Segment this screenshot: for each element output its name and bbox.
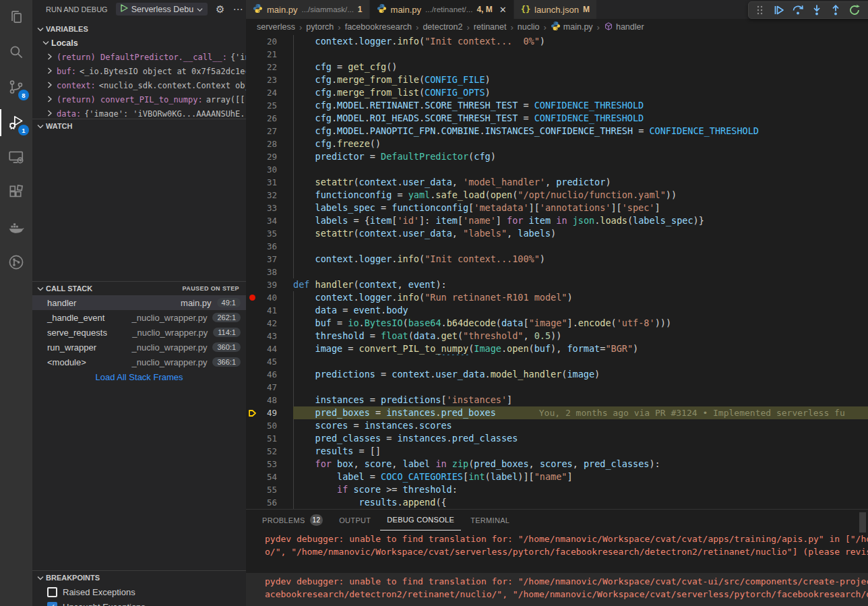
code-line-40[interactable]: 40 context.logger.info("Run retinanet-R1… — [246, 291, 868, 304]
gutter[interactable]: 35 — [246, 227, 293, 240]
panel-tab-output[interactable]: OUTPUT — [332, 510, 377, 531]
gutter[interactable]: 47 — [246, 381, 293, 394]
code-line-25[interactable]: 25 cfg.MODEL.RETINANET.SCORE_THRESH_TEST… — [246, 99, 868, 112]
gutter[interactable]: 49 — [246, 406, 293, 419]
gutter[interactable]: 53 — [246, 458, 293, 471]
gutter[interactable]: 43 — [246, 330, 293, 342]
gutter[interactable]: 20 — [246, 35, 293, 48]
breakpoint-row[interactable]: Raised Exceptions — [32, 584, 246, 599]
code-line-45[interactable]: 45 — [246, 355, 868, 368]
gutter[interactable]: 22 — [246, 61, 293, 73]
start-debugging-icon[interactable] — [121, 4, 128, 14]
code-line-55[interactable]: 55 if score >= threshold: — [246, 483, 868, 496]
gear-icon[interactable]: ⚙ — [216, 4, 224, 14]
gutter[interactable]: 27 — [246, 125, 293, 138]
variables-scope-locals[interactable]: Locals — [32, 36, 246, 50]
gutter[interactable]: 50 — [246, 419, 293, 432]
breadcrumb-item-facebookresearch[interactable]: facebookresearch — [345, 22, 412, 32]
code-line-46[interactable]: 46 predictions = context.user_data.model… — [246, 368, 868, 381]
breakpoints-header[interactable]: BREAKPOINTS — [32, 571, 246, 584]
call-stack-header[interactable]: CALL STACK PAUSED ON STEP — [32, 282, 246, 295]
code-line-28[interactable]: 28 cfg.freeze() — [246, 138, 868, 150]
chevron-right-icon[interactable] — [47, 96, 53, 104]
code-line-33[interactable]: 33 labels_spec = functionconfig['metadat… — [246, 202, 868, 214]
code-line-26[interactable]: 26 cfg.MODEL.ROI_HEADS.SCORE_THRESH_TEST… — [246, 112, 868, 125]
gutter[interactable]: 41 — [246, 304, 293, 317]
activity-bar-item-source-control[interactable]: 8 — [0, 70, 32, 105]
activity-bar-item-explorer[interactable] — [0, 0, 32, 35]
code-line-39[interactable]: 39def handler(context, event): — [246, 278, 868, 291]
code-line-27[interactable]: 27 cfg.MODEL.PANOPTIC_FPN.COMBINE.INSTAN… — [246, 125, 868, 138]
code-line-29[interactable]: 29 predictor = DefaultPredictor(cfg) — [246, 150, 868, 163]
activity-bar-item-remote-explorer[interactable] — [0, 140, 32, 175]
editor-tab-main.py[interactable]: main.py.../siammask/...1 — [246, 0, 370, 19]
breakpoint-row[interactable]: ✓Uncaught Exceptions — [32, 599, 246, 606]
console-message[interactable]: pydev debugger: unable to find translati… — [246, 573, 868, 606]
watch-header[interactable]: WATCH — [32, 119, 246, 133]
gutter[interactable]: 54 — [246, 471, 293, 483]
code-line-50[interactable]: 50 scores = instances.scores — [246, 419, 868, 432]
code-line-34[interactable]: 34 labels = {item['id']: item['name'] fo… — [246, 214, 868, 227]
gutter[interactable]: 33 — [246, 202, 293, 214]
editor-tab-main.py[interactable]: main.py.../retinanet/...4, M✕ — [370, 0, 514, 19]
variable-row[interactable]: buf:<_io.BytesIO object at 0x7f5a2dc1ecc… — [32, 64, 246, 78]
drag-grip-icon[interactable] — [752, 2, 768, 18]
stack-frame-row[interactable]: handlermain.py49:1 — [32, 295, 246, 310]
step-over-icon[interactable] — [790, 2, 806, 18]
code-line-47[interactable]: 47 — [246, 381, 868, 394]
gutter[interactable]: 29 — [246, 150, 293, 163]
gutter[interactable]: 46 — [246, 368, 293, 381]
code-line-53[interactable]: 53 for box, score, label in zip(pred_box… — [246, 458, 868, 471]
restart-icon[interactable] — [846, 2, 863, 18]
breadcrumb-item-main.py[interactable]: main.py — [551, 21, 593, 33]
code-line-31[interactable]: 31 setattr(context.user_data, 'model_han… — [246, 176, 868, 189]
code-line-54[interactable]: 54 label = COCO_CATEGORIES[int(label)]["… — [246, 471, 868, 483]
code-line-22[interactable]: 22 cfg = get_cfg() — [246, 61, 868, 73]
launch-config-select[interactable]: Serverless Debu — [116, 3, 208, 16]
code-line-32[interactable]: 32 functionconfig = yaml.safe_load(open(… — [246, 189, 868, 202]
variables-header[interactable]: VARIABLES — [32, 22, 246, 36]
gutter[interactable]: 28 — [246, 138, 293, 150]
checkbox-checked[interactable]: ✓ — [47, 602, 57, 606]
chevron-right-icon[interactable] — [47, 110, 53, 118]
code-line-35[interactable]: 35 setattr(context.user_data, "labels", … — [246, 227, 868, 240]
breakpoint-icon[interactable] — [249, 295, 255, 301]
chevron-right-icon[interactable] — [47, 53, 53, 61]
activity-bar-item-run-and-debug[interactable]: 1 — [0, 105, 32, 140]
code-line-43[interactable]: 43 threshold = float(data.get("threshold… — [246, 330, 868, 342]
gutter[interactable]: 44 — [246, 342, 293, 355]
gutter[interactable]: 31 — [246, 176, 293, 189]
panel-tab-problems[interactable]: PROBLEMS12 — [255, 510, 330, 531]
stack-frame-row[interactable]: serve_requests_nuclio_wrapper.py114:1 — [32, 325, 246, 340]
code-line-41[interactable]: 41 data = event.body — [246, 304, 868, 317]
breadcrumb-item-retinanet[interactable]: retinanet — [474, 22, 507, 32]
gutter[interactable]: 52 — [246, 445, 293, 458]
gutter[interactable]: 30 — [246, 163, 293, 176]
variable-row[interactable]: (return) DefaultPredictor.__call__:{'ins… — [32, 50, 246, 64]
code-line-21[interactable]: 21 — [246, 48, 868, 61]
disconnect-icon[interactable] — [865, 2, 868, 18]
step-into-icon[interactable] — [809, 2, 825, 18]
code-line-20[interactable]: 20 context.logger.info("Init context... … — [246, 35, 868, 48]
code-line-44[interactable]: 44 image = convert_PIL_to_numpy(Image.op… — [246, 342, 868, 355]
breadcrumb-item-serverless[interactable]: serverless — [257, 22, 295, 32]
checkbox-unchecked[interactable] — [47, 587, 57, 597]
stack-frame-row[interactable]: <module>_nuclio_wrapper.py366:1 — [32, 355, 246, 369]
gutter[interactable]: 45 — [246, 355, 293, 368]
breadcrumb-item-handler[interactable]: handler — [604, 22, 644, 33]
gutter[interactable]: 40 — [246, 291, 293, 304]
gutter[interactable]: 39 — [246, 278, 293, 291]
gutter[interactable]: 23 — [246, 73, 293, 86]
code-line-42[interactable]: 42 buf = io.BytesIO(base64.b64decode(dat… — [246, 317, 868, 330]
code-editor[interactable]: 20 context.logger.info("Init context... … — [246, 35, 868, 509]
code-line-49[interactable]: 49 pred_boxes = instances.pred_boxesYou,… — [246, 406, 868, 419]
gutter[interactable]: 32 — [246, 189, 293, 202]
code-line-30[interactable]: 30 — [246, 163, 868, 176]
code-line-23[interactable]: 23 cfg.merge_from_file(CONFIG_FILE) — [246, 73, 868, 86]
code-line-24[interactable]: 24 cfg.merge_from_list(CONFIG_OPTS) — [246, 86, 868, 99]
panel-tab-debug-console[interactable]: DEBUG CONSOLE — [380, 510, 461, 531]
chevron-right-icon[interactable] — [47, 82, 53, 90]
panel-tab-terminal[interactable]: TERMINAL — [464, 510, 516, 531]
breadcrumb-item-pytorch[interactable]: pytorch — [306, 22, 334, 32]
chevron-right-icon[interactable] — [47, 67, 53, 75]
